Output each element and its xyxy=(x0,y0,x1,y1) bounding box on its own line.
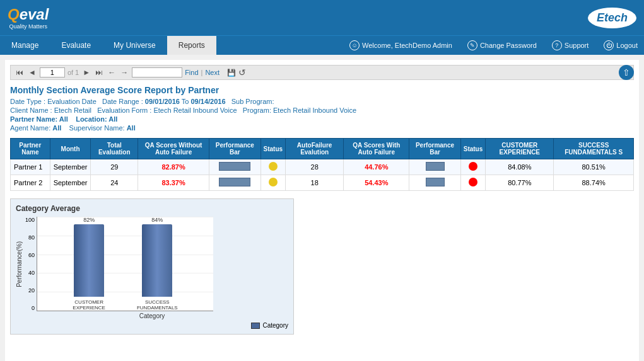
cell-success-fund: 88.74% xyxy=(554,175,634,191)
app-header: Qeval Quality Matters Etech xyxy=(0,0,644,35)
page-input[interactable] xyxy=(40,67,65,77)
cell-qa-score: 83.37% xyxy=(138,175,209,191)
cell-status-2 xyxy=(460,159,486,175)
next-link[interactable]: Next xyxy=(205,69,220,76)
meta-program-label: Program: xyxy=(243,106,271,114)
back-button[interactable]: ← xyxy=(107,68,117,77)
person-icon: ☺ xyxy=(349,40,360,50)
meta-date-type-label: Date Type : xyxy=(10,98,45,105)
category-average-chart: Category Average Performance(%) 10080604… xyxy=(10,198,294,335)
meta-date-end: 09/14/2016 xyxy=(190,98,225,105)
cell-total: 29 xyxy=(91,159,138,175)
meta-client-value: Etech Retail xyxy=(54,106,91,114)
last-page-button[interactable]: ⏭ xyxy=(94,68,104,77)
cell-qa-auto: 44.76% xyxy=(344,159,409,175)
report-meta-partner: Partner Name: All Location: All xyxy=(10,115,634,123)
cell-status-1 xyxy=(261,159,286,175)
main-content: ⇧ ⏮ ◄ of 1 ► ⏭ ← → Find | Next 💾 ↺ Month… xyxy=(5,60,639,361)
col-month: Month xyxy=(50,139,91,159)
first-page-button[interactable]: ⏮ xyxy=(15,68,25,77)
next-page-button[interactable]: ► xyxy=(81,68,91,77)
cell-perf-bar-1 xyxy=(209,159,261,175)
page-of: of 1 xyxy=(67,69,79,76)
nav-manage[interactable]: Manage xyxy=(0,36,50,55)
meta-date-start: 09/01/2016 xyxy=(145,98,180,105)
meta-agent-label: Agent Name: xyxy=(10,124,50,132)
meta-date-range-label: Date Range : xyxy=(102,98,143,105)
nav-change-password[interactable]: ✎ Change Password xyxy=(461,37,543,54)
report-title: Monthly Section Average Score Report by … xyxy=(10,85,634,95)
meta-supervisor-label: Supervisor Name: xyxy=(69,124,125,132)
col-partner-name: Partner Name xyxy=(11,139,50,159)
col-qa-score: QA Scores Without Auto Failure xyxy=(138,139,209,159)
meta-sub-program-label: Sub Program: xyxy=(231,98,274,105)
key-icon: ✎ xyxy=(467,40,477,50)
col-perf-bar-2: Performance Bar xyxy=(409,139,460,159)
cell-status-1 xyxy=(261,175,286,191)
cell-cust-exp: 80.77% xyxy=(486,175,554,191)
col-perf-bar-1: Performance Bar xyxy=(209,139,261,159)
meta-partner-value: All xyxy=(59,115,68,123)
report-toolbar: ⏮ ◄ of 1 ► ⏭ ← → Find | Next 💾 ↺ xyxy=(10,65,634,80)
meta-date-to: To xyxy=(182,98,191,105)
report-table: Partner Name Month Total Evaluation QA S… xyxy=(10,138,634,191)
cell-perf-bar-1 xyxy=(209,175,261,191)
nav-my-universe[interactable]: My Universe xyxy=(102,36,167,55)
logo-rest: eval xyxy=(20,6,49,23)
scroll-up-button[interactable]: ⇧ xyxy=(619,65,634,80)
chart-title: Category Average xyxy=(16,204,288,213)
nav-support[interactable]: ? Support xyxy=(546,37,595,54)
report-meta-client: Client Name : Etech Retail Evaluation Fo… xyxy=(10,106,634,114)
col-status-2: Status xyxy=(460,139,486,159)
col-qa-auto: QA Scores With Auto Failure xyxy=(344,139,409,159)
x-axis-label: Category xyxy=(16,312,288,319)
meta-agent-value: All xyxy=(52,124,61,132)
cell-success-fund: 80.51% xyxy=(554,159,634,175)
cell-partner: Partner 2 xyxy=(11,175,50,191)
meta-program-value: Etech Retail Inbound Voice xyxy=(273,106,356,114)
logo-sub: Quality Matters xyxy=(9,23,47,30)
logo: Qeval Quality Matters xyxy=(8,6,49,30)
forward-button[interactable]: → xyxy=(119,68,129,77)
nav-bar: Manage Evaluate My Universe Reports ☺ We… xyxy=(0,35,644,55)
cell-partner: Partner 1 xyxy=(11,159,50,175)
nav-welcome: ☺ Welcome, EtechDemo Admin xyxy=(343,37,459,54)
meta-eval-form-label: Evaluation Form : xyxy=(97,106,151,114)
nav-logout[interactable]: ⏻ Logout xyxy=(597,37,644,54)
table-row: Partner 1 September 29 82.87% 28 44.76% … xyxy=(11,159,634,175)
logo-q: Q xyxy=(8,6,20,23)
cell-auto-fail: 18 xyxy=(286,175,344,191)
report-meta-dates: Date Type : Evaluation Date Date Range :… xyxy=(10,98,634,105)
help-icon: ? xyxy=(552,40,562,50)
col-total-eval: Total Evaluation xyxy=(91,139,138,159)
y-axis-ticks: 100806040200 xyxy=(25,217,35,311)
cell-cust-exp: 84.08% xyxy=(486,159,554,175)
meta-location-label: Location: xyxy=(76,115,107,123)
col-auto-fail: AutoFailure Evalution xyxy=(286,139,344,159)
search-input[interactable] xyxy=(132,67,182,77)
cell-total: 24 xyxy=(91,175,138,191)
meta-eval-form-value: Etech Retail Inbound Voice xyxy=(153,106,237,114)
cell-qa-score: 82.87% xyxy=(138,159,209,175)
meta-client-label: Client Name : xyxy=(10,106,52,114)
meta-location-value: All xyxy=(108,115,117,123)
legend-color xyxy=(251,323,260,329)
cell-month: September xyxy=(50,175,91,191)
col-cust-exp: CUSTOMER EXPERIENCE xyxy=(486,139,554,159)
col-status-1: Status xyxy=(261,139,286,159)
table-row: Partner 2 September 24 83.37% 18 54.43% … xyxy=(11,175,634,191)
prev-page-button[interactable]: ◄ xyxy=(27,68,37,77)
meta-date-type-value: Evaluation Date xyxy=(47,98,97,105)
cell-qa-auto: 54.43% xyxy=(344,175,409,191)
nav-reports[interactable]: Reports xyxy=(167,36,216,55)
nav-right: ☺ Welcome, EtechDemo Admin ✎ Change Pass… xyxy=(343,37,644,54)
chart-legend: Category xyxy=(16,322,288,329)
y-axis-label: Performance(%) xyxy=(16,241,23,287)
refresh-button[interactable]: ↺ xyxy=(238,67,246,77)
chart-bars: 82% CUSTOMEREXPERIENCE 84% SUCCESSFUNDAM… xyxy=(37,217,213,311)
bar-success-fundamentals: 84% SUCCESSFUNDAMENTALS xyxy=(137,217,178,311)
cell-perf-bar-2 xyxy=(409,175,460,191)
power-icon: ⏻ xyxy=(604,40,614,50)
nav-evaluate[interactable]: Evaluate xyxy=(50,36,102,55)
find-link[interactable]: Find xyxy=(185,69,198,76)
